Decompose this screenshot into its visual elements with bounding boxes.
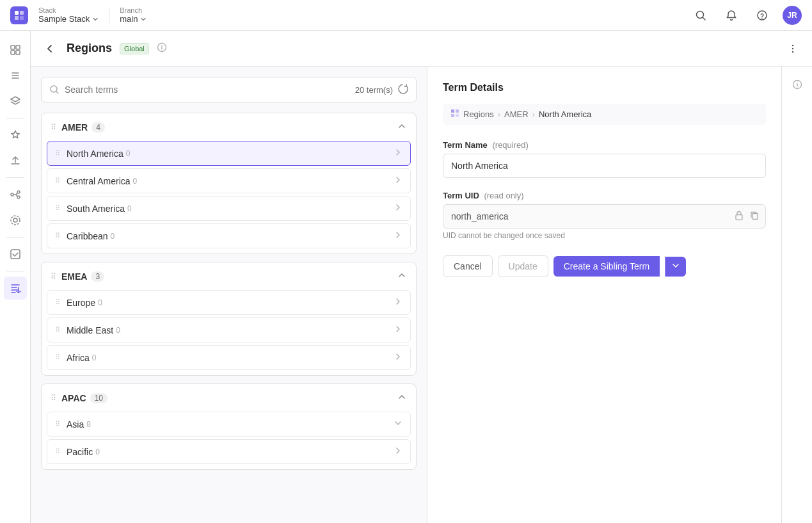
- term-item-africa[interactable]: ⠿ Africa 0: [47, 345, 411, 370]
- stack-info: Stack Sample Stack: [38, 6, 99, 24]
- term-item-europe[interactable]: ⠿ Europe 0: [47, 290, 411, 315]
- svg-point-18: [161, 45, 163, 47]
- term-child-count: 0: [111, 232, 115, 241]
- sidebar-item-check[interactable]: [4, 243, 27, 266]
- term-expand-chevron[interactable]: [394, 297, 402, 308]
- branch-dropdown-icon: [140, 16, 147, 22]
- term-name: Pacific: [67, 447, 93, 457]
- content-area: Regions Global 20 term(s): [31, 31, 812, 523]
- term-expand-chevron[interactable]: [394, 352, 402, 363]
- term-item-caribbean[interactable]: ⠿ Caribbean 0: [47, 223, 411, 248]
- breadcrumb-sep-2: ›: [532, 109, 535, 119]
- create-sibling-button[interactable]: Create a Sibling Term: [553, 256, 660, 277]
- svg-rect-7: [11, 45, 15, 49]
- term-name: Asia: [67, 419, 84, 430]
- stack-name[interactable]: Sample Stack: [38, 14, 99, 24]
- sidebar-item-upload[interactable]: [4, 149, 27, 172]
- header-right: [784, 40, 802, 58]
- group-emea-header[interactable]: ⠿ EMEA 3: [42, 262, 416, 290]
- term-expand-chevron[interactable]: [394, 419, 402, 430]
- term-uid-input-wrapper: [443, 204, 766, 229]
- term-name: Caribbean: [67, 231, 108, 241]
- term-child-count: 0: [95, 447, 100, 456]
- apac-term-items: ⠿ Asia 8 ⠿ Pacific 0: [42, 412, 416, 469]
- term-drag-handle: ⠿: [55, 447, 60, 456]
- stack-dropdown-icon: [92, 16, 99, 22]
- topbar: Stack Sample Stack Branch main ? JR: [0, 0, 812, 31]
- group-amer-header[interactable]: ⠿ AMER 4: [42, 113, 416, 141]
- back-button[interactable]: [41, 40, 59, 58]
- page-header: Regions Global: [31, 31, 812, 67]
- term-item-pacific[interactable]: ⠿ Pacific 0: [47, 439, 411, 464]
- svg-point-21: [792, 51, 793, 52]
- drag-handle[interactable]: ⠿: [51, 123, 56, 132]
- term-item-asia[interactable]: ⠿ Asia 8: [47, 412, 411, 437]
- sidebar-item-favorites[interactable]: [4, 124, 27, 147]
- svg-point-14: [13, 218, 17, 222]
- notifications-button[interactable]: [721, 5, 742, 26]
- term-name: Europe: [67, 298, 95, 308]
- svg-point-20: [792, 47, 793, 49]
- sidebar-item-dashboard[interactable]: [4, 38, 27, 61]
- group-emea: ⠿ EMEA 3 ⠿ Europe 0: [41, 262, 417, 376]
- term-expand-chevron[interactable]: [394, 230, 402, 241]
- branch-name[interactable]: main: [120, 14, 147, 24]
- group-apac-header[interactable]: ⠿ APAC 10: [42, 384, 416, 412]
- sidebar-item-layers[interactable]: [4, 90, 27, 113]
- page-info-icon[interactable]: [157, 42, 167, 54]
- term-name-input[interactable]: [443, 154, 766, 178]
- term-expand-chevron[interactable]: [394, 203, 402, 214]
- search-button[interactable]: [690, 5, 711, 26]
- sidebar-item-network[interactable]: [4, 209, 27, 232]
- term-drag-handle: ⠿: [55, 204, 60, 213]
- group-chevron: [397, 121, 407, 133]
- term-expand-chevron[interactable]: [394, 175, 402, 186]
- term-list-panel: 20 term(s) ⠿ AMER 4: [31, 67, 427, 523]
- cancel-button[interactable]: Cancel: [443, 255, 493, 277]
- breadcrumb-current: North America: [539, 109, 591, 119]
- svg-text:?: ?: [760, 12, 764, 19]
- term-item-north-america[interactable]: ⠿ North America 0: [47, 141, 411, 166]
- term-expand-chevron[interactable]: [394, 148, 402, 159]
- svg-rect-27: [736, 215, 742, 220]
- group-apac: ⠿ APAC 10 ⠿ Asia 8: [41, 383, 417, 470]
- user-avatar[interactable]: JR: [783, 6, 802, 25]
- sidebar-item-taxonomy[interactable]: [4, 277, 27, 300]
- drag-handle[interactable]: ⠿: [51, 394, 56, 403]
- sidebar-divider-2: [6, 177, 24, 178]
- svg-point-30: [797, 83, 798, 84]
- more-options-button[interactable]: [784, 40, 802, 58]
- update-button[interactable]: Update: [498, 255, 548, 277]
- svg-rect-24: [456, 109, 459, 113]
- search-input[interactable]: [65, 84, 355, 95]
- term-item-central-america[interactable]: ⠿ Central America 0: [47, 168, 411, 193]
- main-layout: Regions Global 20 term(s): [0, 31, 812, 523]
- refresh-button[interactable]: [398, 84, 408, 96]
- topbar-right: ? JR: [690, 5, 802, 26]
- emea-term-items: ⠿ Europe 0 ⠿ Middle East 0: [42, 290, 416, 375]
- group-count: 10: [90, 393, 107, 403]
- group-count: 3: [91, 271, 104, 282]
- term-count: 20 term(s): [355, 85, 393, 95]
- term-uid-field-group: Term UID (read only): [443, 191, 766, 240]
- term-drag-handle: ⠿: [55, 298, 60, 307]
- term-item-south-america[interactable]: ⠿ South America 0: [47, 196, 411, 221]
- sidebar-item-list[interactable]: [4, 64, 27, 87]
- help-button[interactable]: ?: [752, 5, 772, 26]
- sidebar-divider-4: [6, 271, 24, 271]
- panel-info-button[interactable]: [787, 74, 808, 95]
- group-count: 4: [92, 122, 105, 133]
- drag-handle[interactable]: ⠿: [51, 272, 56, 281]
- copy-icon[interactable]: [749, 211, 760, 223]
- sidebar-item-flow[interactable]: [4, 183, 27, 206]
- svg-rect-16: [11, 250, 20, 259]
- term-expand-chevron[interactable]: [394, 446, 402, 457]
- breadcrumb: Regions › AMER › North America: [443, 104, 766, 125]
- svg-point-15: [11, 216, 20, 225]
- term-item-middle-east[interactable]: ⠿ Middle East 0: [47, 318, 411, 342]
- create-sibling-dropdown-button[interactable]: [665, 257, 686, 277]
- term-drag-handle: ⠿: [55, 326, 60, 334]
- term-details-title: Term Details: [443, 82, 766, 93]
- term-expand-chevron[interactable]: [394, 325, 402, 335]
- search-bar: 20 term(s): [41, 77, 417, 102]
